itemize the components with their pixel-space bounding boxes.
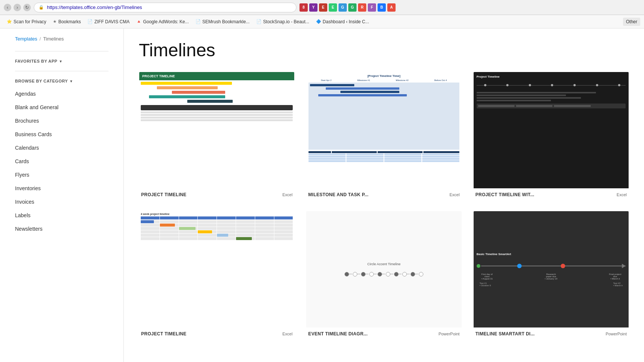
sidebar: Templates / Timelines FAVORITES BY APP ▾… <box>0 29 124 362</box>
browse-by-category-section[interactable]: BROWSE BY CATEGORY ▾ <box>0 75 123 87</box>
template-app-5: PowerPoint <box>438 332 459 336</box>
bookmark-icon-stock: 📄 <box>256 19 262 24</box>
url-text: https://templates.office.com/en-gb/Timel… <box>47 5 142 10</box>
sidebar-item-invoices[interactable]: Invoices <box>0 195 123 209</box>
ext-icon-7[interactable]: R <box>358 3 366 12</box>
template-card-circle-timeline[interactable]: Circle Accent Timeline <box>306 211 462 339</box>
breadcrumb-separator: / <box>39 36 41 42</box>
template-thumb-5: Circle Accent Timeline <box>306 211 461 327</box>
sidebar-item-calendars[interactable]: Calendars <box>0 141 123 155</box>
template-card-smartart[interactable]: Basic Timeline SmartArt First day of cla… <box>473 211 629 339</box>
back-button[interactable]: ‹ <box>4 4 11 11</box>
bookmark-ziff[interactable]: 📄 ZIFF DAVIS CMA <box>84 18 132 26</box>
content-area: Timelines PROJECT TIMELINE <box>124 29 644 362</box>
template-app-1: Excel <box>282 192 292 197</box>
template-info-1: PROJECT TIMELINE Excel <box>139 188 294 199</box>
ext-icon-1[interactable]: 8 <box>299 3 308 12</box>
lock-icon: 🔒 <box>39 5 44 10</box>
ext-icon-3[interactable]: E <box>319 3 327 12</box>
bookmark-icon-google: 🔺 <box>136 19 141 24</box>
bookmark-scan[interactable]: ⭐ Scan for Privacy <box>4 18 49 26</box>
template-app-4: Excel <box>282 332 292 336</box>
ext-icon-9[interactable]: B <box>378 3 386 12</box>
sidebar-item-brochures[interactable]: Brochures <box>0 114 123 128</box>
bookmark-bookmarks[interactable]: ★ Bookmarks <box>50 18 84 26</box>
sidebar-divider-2 <box>15 71 108 71</box>
template-thumb-3: Project Timeline <box>474 72 629 188</box>
template-thumb-2: [Project Timeline Time] Start Apr 2Miles… <box>306 72 461 188</box>
template-card-4week[interactable]: 4 week project timeline <box>139 211 295 339</box>
breadcrumb: Templates / Timelines <box>0 36 123 47</box>
bookmark-icon-bm: ★ <box>53 19 57 24</box>
template-name-5: EVENT TIMELINE DIAGR... <box>308 331 367 336</box>
bookmark-other[interactable]: Other <box>623 18 640 26</box>
template-app-3: Excel <box>617 192 627 197</box>
bookmark-stocksnap[interactable]: 📄 StockSnap.io - Beaut... <box>253 18 312 26</box>
template-info-6: TIMELINE SMARTART DI... PowerPoint <box>474 327 629 338</box>
ext-icon-4[interactable]: E <box>329 3 337 12</box>
favorites-by-app-section[interactable]: FAVORITES BY APP ▾ <box>0 55 123 67</box>
sidebar-item-agendas[interactable]: Agendas <box>0 87 123 101</box>
browser-controls: ‹ › ↻ <box>4 4 31 11</box>
forward-button[interactable]: › <box>14 4 21 11</box>
template-info-3: PROJECT TIMELINE WIT... Excel <box>474 188 629 199</box>
extension-icons: 8 Y E E G G R F B A <box>299 3 396 12</box>
template-name-6: TIMELINE SMARTART DI... <box>475 331 535 336</box>
sidebar-item-blank[interactable]: Blank and General <box>0 101 123 114</box>
template-name-4: PROJECT TIMELINE <box>141 331 187 336</box>
bookmark-icon-dash: 🔷 <box>316 19 321 24</box>
ext-icon-5[interactable]: G <box>339 3 347 12</box>
template-card-dark-timeline[interactable]: Project Timeline <box>473 72 629 200</box>
ext-icon-6[interactable]: G <box>348 3 357 12</box>
sidebar-divider-1 <box>15 51 108 51</box>
main-layout: Templates / Timelines FAVORITES BY APP ▾… <box>0 29 644 362</box>
template-info-2: MILESTONE AND TASK P... Excel <box>306 188 461 199</box>
template-card-milestone[interactable]: [Project Timeline Time] Start Apr 2Miles… <box>306 72 462 200</box>
template-thumb-6: Basic Timeline SmartArt First day of cla… <box>474 211 629 327</box>
ext-icon-10[interactable]: A <box>387 3 396 12</box>
sidebar-item-cards[interactable]: Cards <box>0 155 123 168</box>
template-card-project-timeline-1[interactable]: PROJECT TIMELINE <box>139 72 295 200</box>
bookmarks-bar: ⭐ Scan for Privacy ★ Bookmarks 📄 ZIFF DA… <box>0 15 644 29</box>
template-thumb-4: 4 week project timeline <box>139 211 294 327</box>
bookmark-semrush[interactable]: 📄 SEMrush Bookmarkle... <box>193 18 253 26</box>
bookmark-icon-semrush: 📄 <box>196 19 201 24</box>
templates-grid: PROJECT TIMELINE <box>139 72 629 339</box>
chevron-down-icon: ▾ <box>60 59 62 63</box>
refresh-button[interactable]: ↻ <box>23 4 31 11</box>
ext-icon-2[interactable]: Y <box>309 3 317 12</box>
breadcrumb-current: Timelines <box>43 36 64 42</box>
bookmark-label-bm: Bookmarks <box>58 19 81 24</box>
bookmark-dashboard[interactable]: 🔷 Dashboard ‹ Inside C... <box>313 18 372 26</box>
bookmark-label-scan: Scan for Privacy <box>14 19 46 24</box>
bookmark-label-semrush: SEMrush Bookmarkle... <box>202 19 250 24</box>
browser-chrome: ‹ › ↻ 🔒 https://templates.office.com/en-… <box>0 0 644 15</box>
template-info-5: EVENT TIMELINE DIAGR... PowerPoint <box>306 327 461 338</box>
bookmark-google[interactable]: 🔺 Google AdWords: Ke... <box>133 18 192 26</box>
bookmark-icon-ziff: 📄 <box>87 19 93 24</box>
ext-icon-8[interactable]: F <box>368 3 376 12</box>
template-name-3: PROJECT TIMELINE WIT... <box>475 192 534 197</box>
sidebar-item-labels[interactable]: Labels <box>0 209 123 222</box>
sidebar-item-flyers[interactable]: Flyers <box>0 168 123 182</box>
bookmark-icon-scan: ⭐ <box>7 19 12 24</box>
favorites-label: FAVORITES BY APP <box>15 59 57 63</box>
template-info-4: PROJECT TIMELINE Excel <box>139 327 294 338</box>
template-thumb-1: PROJECT TIMELINE <box>139 72 294 188</box>
browse-label: BROWSE BY CATEGORY <box>15 79 68 83</box>
sidebar-item-business-cards[interactable]: Business Cards <box>0 128 123 141</box>
template-name-2: MILESTONE AND TASK P... <box>308 192 368 197</box>
address-bar[interactable]: 🔒 https://templates.office.com/en-gb/Tim… <box>34 3 296 12</box>
bookmark-label-stock: StockSnap.io - Beaut... <box>263 19 309 24</box>
chevron-down-icon-2: ▾ <box>70 79 72 83</box>
bookmark-label-dash: Dashboard ‹ Inside C... <box>323 19 369 24</box>
bookmark-label-google: Google AdWords: Ke... <box>143 19 189 24</box>
template-app-2: Excel <box>450 192 460 197</box>
template-name-1: PROJECT TIMELINE <box>141 192 187 197</box>
breadcrumb-parent[interactable]: Templates <box>15 36 37 42</box>
sidebar-item-inventories[interactable]: Inventories <box>0 182 123 195</box>
bookmark-label-ziff: ZIFF DAVIS CMA <box>94 19 129 24</box>
sidebar-item-newsletters[interactable]: Newsletters <box>0 222 123 236</box>
template-app-6: PowerPoint <box>606 332 627 336</box>
page-title: Timelines <box>139 40 629 60</box>
